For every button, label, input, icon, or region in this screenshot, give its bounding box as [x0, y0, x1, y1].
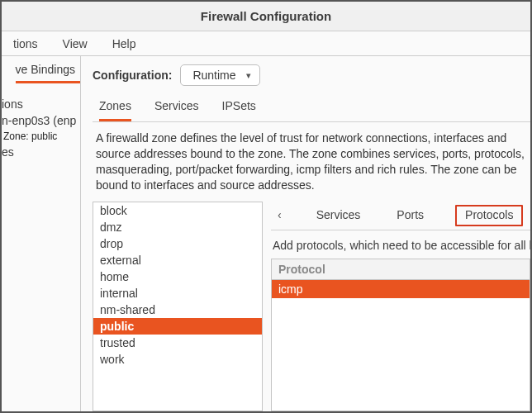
zone-item-public[interactable]: public: [93, 318, 262, 335]
chevron-down-icon: ▾: [246, 70, 251, 81]
zone-item-internal[interactable]: internal: [93, 285, 262, 301]
zone-item-trusted[interactable]: trusted: [93, 335, 262, 351]
protocols-help-text: Add protocols, which need to be accessib…: [271, 230, 530, 259]
zone-item-nm-shared[interactable]: nm-shared: [93, 301, 262, 318]
zone-list[interactable]: block dmz drop external home internal nm…: [93, 202, 263, 411]
zone-description: A firewalld zone defines the level of tr…: [93, 122, 530, 202]
zone-item-dmz[interactable]: dmz: [93, 219, 262, 235]
bindings-item[interactable]: ions: [2, 96, 80, 112]
tab-ipsets[interactable]: IPSets: [222, 99, 256, 121]
protocols-table: Protocol icmp: [271, 259, 530, 411]
zone-item-block[interactable]: block: [93, 202, 262, 219]
configuration-value: Runtime: [192, 69, 235, 82]
zone-detail-pane: ‹ Services Ports Protocols Add protocols…: [271, 202, 530, 411]
left-sidebar: ve Bindings ions n-enp0s3 (enp Zone: pub…: [2, 56, 81, 411]
bindings-list: ions n-enp0s3 (enp Zone: public es: [2, 91, 80, 160]
zone-sub-tabs: ‹ Services Ports Protocols: [271, 202, 530, 230]
bindings-item[interactable]: es: [2, 144, 80, 160]
configuration-select[interactable]: Runtime ▾: [180, 64, 259, 86]
left-tab-header[interactable]: ve Bindings: [2, 56, 80, 91]
sub-tab-services[interactable]: Services: [311, 206, 366, 228]
main-content: Configuration: Runtime ▾ Zones Services …: [81, 56, 530, 411]
protocol-row[interactable]: icmp: [272, 280, 530, 298]
bindings-item[interactable]: n-enp0s3 (enp: [2, 112, 80, 129]
protocols-column-header[interactable]: Protocol: [272, 259, 530, 280]
zone-item-work[interactable]: work: [93, 351, 262, 368]
main-tabs: Zones Services IPSets: [93, 94, 530, 122]
zone-item-home[interactable]: home: [93, 268, 262, 285]
bindings-item-sub: Zone: public: [2, 129, 80, 144]
tab-services[interactable]: Services: [154, 99, 199, 121]
menu-help[interactable]: Help: [107, 36, 141, 52]
sub-tab-protocols[interactable]: Protocols: [455, 205, 523, 226]
menu-options[interactable]: tions: [8, 36, 43, 52]
menu-view[interactable]: View: [58, 36, 93, 52]
configuration-row: Configuration: Runtime ▾: [93, 64, 530, 86]
window-title: Firewall Configuration: [201, 9, 331, 23]
window-titlebar: Firewall Configuration: [2, 2, 530, 31]
zone-item-external[interactable]: external: [93, 252, 262, 268]
sub-tab-ports[interactable]: Ports: [392, 206, 429, 228]
sub-tab-prev-icon[interactable]: ‹: [274, 208, 285, 226]
tab-zones[interactable]: Zones: [99, 99, 131, 121]
active-bindings-tab: ve Bindings: [16, 63, 80, 83]
zone-item-drop[interactable]: drop: [93, 235, 262, 252]
menubar: tions View Help: [2, 31, 530, 56]
configuration-label: Configuration:: [93, 69, 172, 82]
